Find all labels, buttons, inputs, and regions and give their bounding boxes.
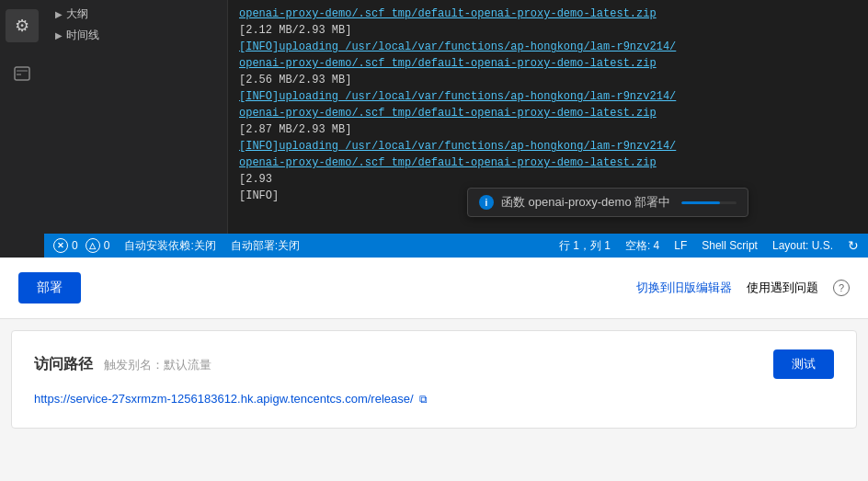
deploy-tooltip: i 函数 openai-proxy-demo 部署中 — [467, 188, 748, 217]
editor-content: ▶ 大纲 ▶ 时间线 openai-proxy-demo/.scf_tmp/de… — [44, 0, 868, 234]
code-link-7[interactable]: openai-proxy-demo/.scf_tmp/default-opena… — [239, 107, 657, 120]
code-link-1[interactable]: openai-proxy-demo/.scf_tmp/default-opena… — [239, 7, 657, 20]
code-line-2: [2.12 MB/2.93 MB] — [239, 22, 857, 39]
code-line-7: openai-proxy-demo/.scf_tmp/default-opena… — [239, 105, 857, 121]
code-link-3[interactable]: [INFO]uploading /usr/local/var/functions… — [239, 40, 676, 53]
code-area[interactable]: openai-proxy-demo/.scf_tmp/default-opena… — [228, 0, 868, 234]
help-label: 使用遇到问题 — [747, 280, 818, 296]
access-subtitle: 触发别名：默认流量 — [104, 357, 211, 373]
help-icon[interactable]: ? — [833, 280, 850, 296]
status-bar: ✕ 0 △ 0 自动安装依赖:关闭 自动部署:关闭 行 1，列 1 空格: 4 … — [44, 234, 868, 258]
code-link-6[interactable]: [INFO]uploading /usr/local/var/functions… — [239, 90, 676, 103]
code-line-1: openai-proxy-demo/.scf_tmp/default-opena… — [239, 6, 857, 22]
outline-panel: ▶ 大纲 ▶ 时间线 — [44, 0, 228, 234]
code-link-10[interactable]: openai-proxy-demo/.scf_tmp/default-opena… — [239, 156, 657, 169]
svg-rect-2 — [17, 70, 28, 72]
tooltip-info-icon: i — [479, 195, 494, 210]
error-number: 0 — [72, 239, 78, 252]
access-section: 访问路径 触发别名：默认流量 测试 https://service-27sxrm… — [11, 330, 857, 429]
access-header: 访问路径 触发别名：默认流量 测试 — [34, 349, 834, 379]
deploy-bar: 部署 切换到旧版编辑器 使用遇到问题 ? — [0, 258, 868, 319]
access-title: 访问路径 触发别名：默认流量 — [34, 355, 211, 374]
terminal-icon[interactable] — [6, 57, 39, 90]
error-icon: ✕ — [53, 238, 68, 253]
line-ending: LF — [674, 239, 687, 252]
tooltip-text: 函数 openai-proxy-demo 部署中 — [501, 194, 670, 211]
outline-label-timeline: 时间线 — [66, 28, 99, 43]
code-line-3: [INFO]uploading /usr/local/var/functions… — [239, 39, 857, 55]
indent-size: 空格: 4 — [625, 238, 659, 254]
test-button[interactable]: 测试 — [773, 349, 834, 379]
deploy-links: 切换到旧版编辑器 使用遇到问题 ? — [636, 280, 850, 296]
code-line-10: openai-proxy-demo/.scf_tmp/default-opena… — [239, 155, 857, 171]
auto-deploy-status[interactable]: 自动部署:关闭 — [231, 238, 300, 254]
language-mode[interactable]: Shell Script — [702, 239, 758, 252]
gear-icon[interactable]: ⚙ — [6, 9, 39, 42]
access-path-title: 访问路径 — [34, 355, 93, 374]
switch-editor-link[interactable]: 切换到旧版编辑器 — [636, 280, 732, 296]
code-line-11: [2.93 — [239, 171, 857, 188]
outline-label-outline: 大纲 — [66, 6, 88, 22]
code-link-4[interactable]: openai-proxy-demo/.scf_tmp/default-opena… — [239, 57, 657, 70]
access-url-link[interactable]: https://service-27sxrmzm-1256183612.hk.a… — [34, 392, 414, 406]
access-url-row: https://service-27sxrmzm-1256183612.hk.a… — [34, 392, 834, 406]
error-count[interactable]: ✕ 0 △ 0 — [53, 238, 109, 253]
code-link-9[interactable]: [INFO]uploading /usr/local/var/functions… — [239, 140, 676, 153]
editor-section: ⚙ ▶ 大纲 ▶ 时间线 — [0, 0, 868, 258]
auto-install-status[interactable]: 自动安装依赖:关闭 — [124, 238, 215, 254]
editor-sidebar: ⚙ — [0, 0, 44, 258]
auto-deploy-label: 自动部署:关闭 — [231, 238, 300, 254]
code-line-5: [2.56 MB/2.93 MB] — [239, 72, 857, 88]
status-bar-right: 行 1，列 1 空格: 4 LF Shell Script Layout: U.… — [559, 238, 859, 254]
deploy-button[interactable]: 部署 — [18, 272, 81, 303]
svg-rect-0 — [15, 67, 29, 80]
cursor-position: 行 1，列 1 — [559, 238, 611, 254]
code-line-4: openai-proxy-demo/.scf_tmp/default-opena… — [239, 55, 857, 72]
outline-arrow: ▶ — [55, 9, 63, 19]
external-link-icon[interactable]: ⧉ — [419, 393, 428, 406]
outline-item-outline[interactable]: ▶ 大纲 — [44, 4, 227, 25]
editor-main: ▶ 大纲 ▶ 时间线 openai-proxy-demo/.scf_tmp/de… — [44, 0, 868, 258]
auto-install-label: 自动安装依赖:关闭 — [124, 238, 215, 254]
outline-item-timeline[interactable]: ▶ 时间线 — [44, 25, 227, 46]
warning-number: 0 — [104, 239, 110, 252]
code-line-8: [2.87 MB/2.93 MB] — [239, 121, 857, 138]
keyboard-layout: Layout: U.S. — [772, 239, 833, 252]
code-line-6: [INFO]uploading /usr/local/var/functions… — [239, 88, 857, 105]
refresh-icon[interactable]: ↻ — [848, 238, 859, 253]
code-line-9: [INFO]uploading /usr/local/var/functions… — [239, 138, 857, 155]
timeline-arrow: ▶ — [55, 30, 63, 40]
warning-icon: △ — [86, 238, 100, 253]
